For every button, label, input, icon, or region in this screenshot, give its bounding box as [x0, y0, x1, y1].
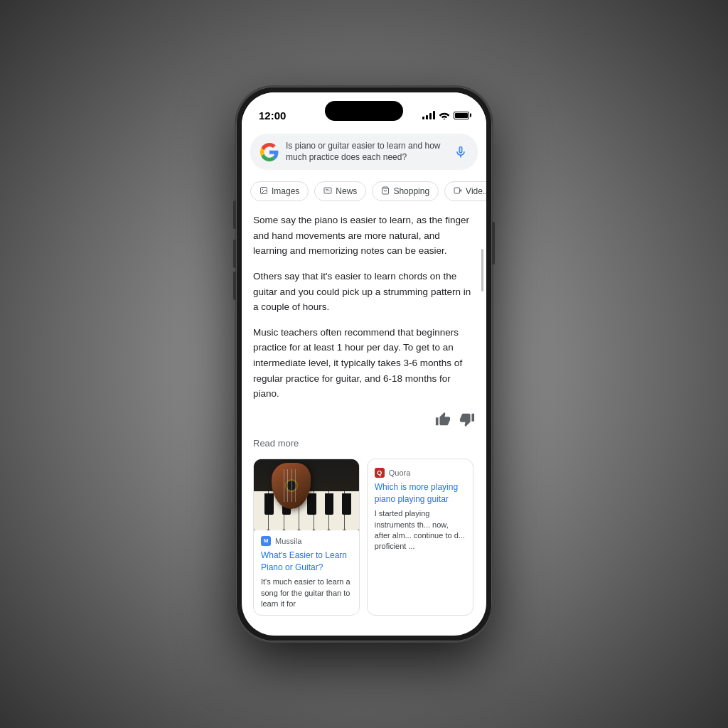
quora-card-title[interactable]: Which is more playing piano playing guit… [375, 481, 466, 505]
mussila-source-name: Mussila [275, 537, 301, 545]
videos-pill-label: Vide... [466, 186, 486, 196]
mussila-card-snippet: It's much easier to learn a song for the… [261, 577, 352, 609]
videos-pill-icon [454, 186, 462, 196]
svg-point-1 [262, 189, 264, 191]
source-row-quora: Q Quora [375, 468, 466, 478]
dynamic-island [325, 101, 403, 121]
news-pill-label: News [336, 186, 357, 196]
wifi-icon [439, 111, 450, 119]
ai-summary: Some say the piano is easier to learn, a… [253, 213, 475, 402]
result-card-mussila[interactable]: M Mussila What's Easier to Learn Piano o… [253, 459, 360, 616]
pill-videos[interactable]: Vide... [444, 181, 486, 201]
result-cards: M Mussila What's Easier to Learn Piano o… [253, 459, 475, 616]
ai-paragraph-1: Some say the piano is easier to learn, a… [253, 213, 475, 259]
search-query-text: Is piano or guitar easier to learn and h… [286, 141, 446, 163]
result-card-quora[interactable]: Q Quora Which is more playing piano play… [367, 459, 473, 616]
phone-screen: 12:00 [242, 92, 486, 636]
thumbs-up-button[interactable] [435, 412, 451, 431]
pill-news[interactable]: News [314, 181, 366, 201]
ai-paragraph-3: Music teachers often recommend that begi… [253, 325, 475, 402]
status-time: 12:00 [259, 109, 286, 122]
mussila-favicon: M [261, 536, 271, 546]
images-pill-label: Images [272, 186, 299, 196]
pill-shopping[interactable]: Shopping [372, 181, 439, 201]
google-logo [260, 143, 279, 161]
card-image-piano-guitar [254, 459, 359, 530]
svg-rect-6 [454, 188, 460, 193]
card-body-quora: Q Quora Which is more playing piano play… [368, 459, 473, 558]
shopping-pill-label: Shopping [393, 186, 429, 196]
source-row-mussila: M Mussila [261, 536, 352, 546]
status-icons [422, 111, 469, 119]
card-body-mussila: M Mussila What's Easier to Learn Piano o… [254, 530, 359, 616]
filter-pills: Images News Shopping Vide... [242, 176, 486, 207]
content-area[interactable]: Some say the piano is easier to learn, a… [242, 207, 486, 629]
scroll-indicator [481, 249, 483, 291]
images-pill-icon [259, 186, 268, 196]
signal-icon [422, 111, 435, 119]
battery-icon [454, 112, 469, 119]
thumbs-down-button[interactable] [459, 412, 475, 431]
feedback-row [253, 412, 475, 431]
news-pill-icon [323, 186, 332, 196]
ai-paragraph-2: Others say that it's easier to learn cho… [253, 269, 475, 315]
quora-card-snippet: I started playing instruments th... now,… [375, 508, 466, 552]
quora-source-name: Quora [389, 469, 411, 477]
status-bar: 12:00 [242, 92, 486, 128]
pill-images[interactable]: Images [250, 181, 309, 201]
search-bar[interactable]: Is piano or guitar easier to learn and h… [250, 134, 478, 170]
mic-icon[interactable] [454, 145, 468, 159]
phone-device: 12:00 [236, 87, 492, 641]
read-more-link[interactable]: Read more [253, 438, 475, 449]
shopping-pill-icon [381, 186, 390, 196]
quora-favicon: Q [375, 468, 385, 478]
svg-rect-2 [324, 188, 331, 193]
mussila-card-title[interactable]: What's Easier to Learn Piano or Guitar? [261, 550, 352, 574]
